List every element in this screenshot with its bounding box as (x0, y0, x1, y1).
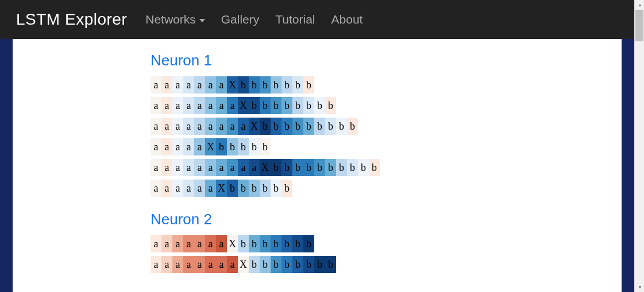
activation-cell: b (303, 256, 314, 273)
activation-cell: a (205, 76, 216, 94)
activation-cell: a (227, 118, 238, 135)
activation-cell: a (151, 76, 161, 94)
activation-cell: a (249, 159, 260, 176)
activation-cell: b (303, 118, 314, 135)
activation-cell: b (227, 138, 238, 155)
activation-cell: b (271, 76, 281, 94)
activation-cell: a (205, 235, 216, 252)
activation-cell: X (205, 138, 216, 155)
activation-row: aaaaaaaaXbbbbbbbb (151, 256, 599, 273)
activation-cell: a (183, 118, 194, 135)
activation-cell: b (271, 97, 281, 114)
activation-cell: b (303, 76, 314, 94)
nav-networks-label: Networks (145, 13, 196, 26)
activation-cell: a (216, 235, 227, 252)
activation-cell: a (172, 235, 183, 252)
activation-cell: b (347, 159, 358, 176)
activation-row: aaaaaaaaaaXbbbbbbbbbb (151, 159, 599, 176)
activation-cell: b (260, 235, 271, 252)
activation-cell: a (205, 118, 216, 135)
activation-cell: a (161, 256, 172, 273)
nav-networks-dropdown[interactable]: Networks (145, 13, 205, 26)
activation-cell: a (238, 118, 249, 135)
brand-title[interactable]: LSTM Explorer (16, 10, 127, 29)
activation-cell: a (183, 159, 194, 176)
activation-cell: a (227, 97, 238, 114)
activation-cell: a (161, 76, 172, 94)
activation-row: aaaaaaaaaXbbbbbbbbb (151, 118, 599, 135)
activation-cell: a (194, 76, 205, 94)
activation-cell: b (292, 256, 303, 273)
activation-cell: a (194, 256, 205, 273)
activation-cell: b (238, 76, 249, 94)
navbar: LSTM Explorer Networks Gallery Tutorial … (0, 0, 634, 39)
scrollbar-up-arrow-icon[interactable]: ▴ (635, 0, 644, 10)
activation-cell: b (325, 159, 336, 176)
activation-cell: b (249, 256, 260, 273)
activation-cell: a (172, 138, 183, 155)
activation-cell: a (194, 97, 205, 114)
activation-cell: X (249, 118, 260, 135)
activation-cell: b (292, 118, 303, 135)
activation-cell: b (249, 76, 260, 94)
activation-cell: X (227, 235, 238, 252)
nav-gallery-link[interactable]: Gallery (221, 13, 260, 26)
activation-cell: X (238, 97, 249, 114)
activation-cell: a (227, 256, 238, 273)
activation-cell: a (227, 159, 238, 176)
activation-row: aaaaaaaaXbbbbbbbb (151, 97, 599, 114)
activation-row: aaaaaaaXbbbbbbb (151, 235, 599, 252)
activation-cell: b (292, 76, 303, 94)
activation-cell: a (161, 235, 172, 252)
nav-about-link[interactable]: About (331, 13, 363, 26)
activation-cell: b (314, 118, 325, 135)
activation-row: aaaaaaaXbbbbbbb (151, 76, 599, 94)
activation-cell: b (260, 76, 271, 94)
scrollbar-down-arrow-icon[interactable]: ▾ (635, 282, 644, 292)
scrollbar-thumb[interactable] (635, 10, 643, 41)
activation-cell: a (161, 138, 172, 155)
activation-cell: b (271, 159, 281, 176)
activation-cell: b (260, 138, 271, 155)
activation-row: aaaaaXbbbbb (151, 138, 599, 155)
activation-cell: a (172, 118, 183, 135)
activation-cell: a (172, 256, 183, 273)
content-card: Neuron 1aaaaaaaXbbbbbbbaaaaaaaaXbbbbbbbb… (13, 39, 622, 292)
activation-cell: b (249, 235, 260, 252)
activation-cell: b (249, 97, 260, 114)
activation-cell: b (281, 76, 292, 94)
activation-cell: a (238, 159, 249, 176)
activation-cell: b (271, 235, 281, 252)
activation-cell: b (249, 180, 260, 197)
activation-cell: b (216, 138, 227, 155)
activation-cell: b (281, 118, 292, 135)
activation-cell: b (227, 180, 238, 197)
activation-cell: a (194, 138, 205, 155)
caret-down-icon (199, 19, 205, 22)
activation-cell: a (183, 76, 194, 94)
activation-cell: b (281, 97, 292, 114)
activation-cell: a (161, 97, 172, 114)
activation-cell: a (151, 159, 161, 176)
activation-cell: a (172, 159, 183, 176)
activation-cell: a (151, 138, 161, 155)
activation-cell: b (303, 159, 314, 176)
activation-cell: b (325, 97, 336, 114)
activation-cell: a (216, 76, 227, 94)
activation-cell: b (238, 138, 249, 155)
activation-cell: b (238, 180, 249, 197)
neuron-title: Neuron 1 (151, 52, 599, 69)
neuron-title: Neuron 2 (151, 211, 599, 228)
nav-tutorial-link[interactable]: Tutorial (275, 13, 315, 26)
activation-cell: b (281, 180, 292, 197)
activation-cell: a (216, 118, 227, 135)
activation-cell: a (172, 180, 183, 197)
activation-cell: b (292, 159, 303, 176)
activation-cell: b (260, 118, 271, 135)
activation-cell: a (151, 235, 161, 252)
activation-row: aaaaaaXbbbbbb (151, 180, 599, 197)
vertical-scrollbar[interactable]: ▴ ▾ (634, 0, 644, 292)
activation-cell: b (314, 97, 325, 114)
activation-cell: a (151, 256, 161, 273)
activation-cell: a (183, 235, 194, 252)
